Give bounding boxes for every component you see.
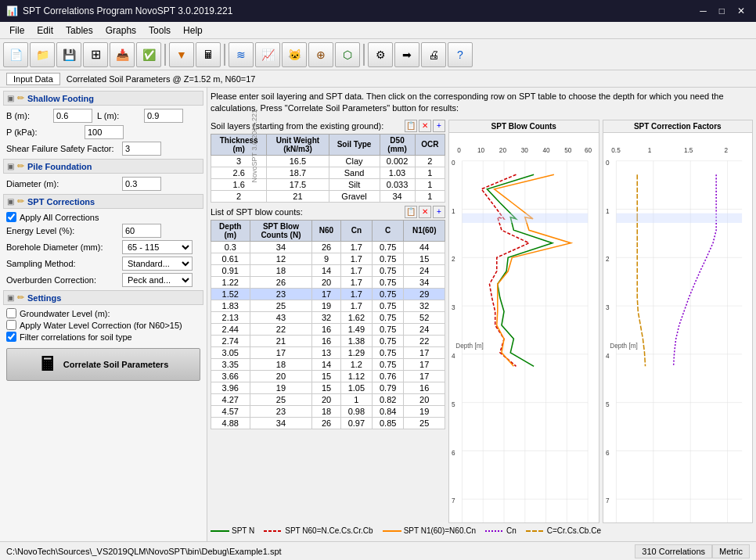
spt-col-depth: Depth(m) bbox=[211, 220, 250, 241]
tb-graph[interactable]: 📈 bbox=[255, 42, 280, 67]
pile-foundation-header[interactable]: ▣ ✏ Pile Foundation bbox=[3, 159, 203, 174]
energy-input[interactable] bbox=[122, 224, 161, 238]
tb-save[interactable]: 💾 bbox=[56, 42, 81, 67]
p-input[interactable] bbox=[85, 125, 124, 139]
minimize-button[interactable]: ─ bbox=[695, 4, 711, 18]
soil-col-thickness: Thickness(m) bbox=[211, 134, 267, 155]
menu-graphs[interactable]: Graphs bbox=[99, 23, 142, 38]
tb-filter[interactable]: ⊞ bbox=[83, 42, 108, 67]
menu-tables[interactable]: Tables bbox=[59, 23, 99, 38]
borehole-diam-dropdown[interactable]: 65 - 115 115 - 150 150 - 200 bbox=[122, 240, 193, 254]
tb-calc[interactable]: 🖩 bbox=[196, 42, 221, 67]
energy-label: Energy Level (%): bbox=[6, 226, 116, 235]
left-panel: ▣ ✏ Shallow Footing B (m): L (m): P (kPa… bbox=[0, 88, 207, 541]
table-row[interactable]: 4.27252010.8220 bbox=[211, 393, 445, 405]
table-row[interactable]: 3.0517131.290.7517 bbox=[211, 346, 445, 358]
b-input[interactable] bbox=[53, 109, 92, 123]
maximize-button[interactable]: □ bbox=[715, 4, 729, 18]
table-row[interactable]: 221Gravel341 bbox=[211, 190, 445, 202]
table-row[interactable]: 2.7421161.380.7522 bbox=[211, 335, 445, 346]
table-row[interactable]: 4.8834260.970.8525 bbox=[211, 417, 445, 429]
pile-foundation-title: Pile Foundation bbox=[27, 162, 92, 171]
table-row[interactable]: 4.5723180.980.8419 bbox=[211, 405, 445, 417]
tb-cat[interactable]: 🐱 bbox=[282, 42, 307, 67]
unit-system: Metric bbox=[712, 544, 750, 558]
table-row[interactable]: 2.1343321.620.7552 bbox=[211, 311, 445, 323]
table-row[interactable]: 2.4422161.490.7524 bbox=[211, 323, 445, 335]
table-row[interactable]: 0.611291.70.7515 bbox=[211, 253, 445, 264]
spt-table: Depth(m) SPT BlowCounts (N) N60 Cn C N1(… bbox=[211, 220, 445, 429]
legend: SPT N SPT N60=N.Ce.Cs.Cr.Cb SPT N1(60)=N… bbox=[211, 523, 753, 538]
toolbar: 📄 📁 💾 ⊞ 📥 ✅ ▼ 🖩 ≋ 📈 🐱 ⊕ ⬡ ⚙ ➡ 🖨 ? bbox=[0, 39, 756, 70]
table-row[interactable]: 1.8325191.70.7532 bbox=[211, 300, 445, 311]
tb-check[interactable]: ✅ bbox=[136, 42, 161, 67]
svg-text:3: 3 bbox=[452, 304, 455, 311]
input-data-tab[interactable]: Input Data bbox=[6, 73, 60, 85]
apply-all-checkbox[interactable] bbox=[6, 212, 16, 222]
soil-copy-icon[interactable]: 📋 bbox=[405, 120, 417, 132]
shallow-footing-header[interactable]: ▣ ✏ Shallow Footing bbox=[3, 91, 203, 106]
table-row[interactable]: 316.5Clay0.0022 bbox=[211, 155, 445, 167]
table-row[interactable]: 1.5223171.70.7529 bbox=[211, 288, 445, 300]
svg-text:1: 1 bbox=[452, 207, 455, 214]
tb-import[interactable]: 📥 bbox=[110, 42, 135, 67]
soil-layers-scroll: Thickness(m) Unit Weight(kN/m3) Soil Typ… bbox=[211, 134, 445, 203]
menu-edit[interactable]: Edit bbox=[31, 23, 59, 38]
tb-arrow[interactable]: ➡ bbox=[394, 42, 419, 67]
tb-open[interactable]: 📁 bbox=[30, 42, 55, 67]
svg-text:6: 6 bbox=[606, 449, 610, 456]
tb-new[interactable]: 📄 bbox=[3, 42, 28, 67]
table-row[interactable]: 3.6620151.120.7617 bbox=[211, 370, 445, 382]
soil-add-icon[interactable]: + bbox=[433, 120, 445, 132]
spt-col-n1: N1(60) bbox=[404, 220, 445, 241]
table-row[interactable]: 2.618.7Sand1.031 bbox=[211, 167, 445, 178]
spt-n1-line bbox=[495, 174, 571, 366]
diameter-label: Diameter (m): bbox=[6, 179, 116, 188]
filter-checkbox[interactable] bbox=[6, 332, 16, 342]
legend-spt-n1: SPT N1(60)=N60.Cn bbox=[404, 526, 476, 535]
tb-circle[interactable]: ⊕ bbox=[308, 42, 333, 67]
spt-corrections-header[interactable]: ▣ ✏ SPT Corrections bbox=[3, 194, 203, 209]
tb-wave[interactable]: ≋ bbox=[229, 42, 254, 67]
correlate-button[interactable]: 🖩 Correlate Soil Parameters bbox=[6, 348, 200, 381]
settings-header[interactable]: ▣ ✏ Settings bbox=[3, 290, 203, 305]
tb-layers[interactable]: ⬡ bbox=[335, 42, 360, 67]
sampling-dropdown[interactable]: Standard... Donut... bbox=[122, 257, 193, 271]
menu-tools[interactable]: Tools bbox=[142, 23, 177, 38]
collapse-icon-pile: ▣ bbox=[7, 162, 14, 171]
spt-add-icon[interactable]: + bbox=[433, 206, 445, 218]
tb-help[interactable]: ? bbox=[448, 42, 473, 67]
groundwater-label: Groundwater Level (m): bbox=[20, 309, 110, 318]
diameter-input[interactable] bbox=[122, 177, 161, 191]
soil-delete-icon[interactable]: ✕ bbox=[419, 120, 431, 132]
table-row[interactable]: 3.3518141.20.7517 bbox=[211, 358, 445, 370]
spt-delete-icon[interactable]: ✕ bbox=[419, 206, 431, 218]
groundwater-checkbox[interactable] bbox=[6, 308, 16, 318]
close-button[interactable]: ✕ bbox=[733, 4, 750, 18]
menu-file[interactable]: File bbox=[3, 23, 31, 38]
overburden-dropdown[interactable]: Peck and... Liao and... bbox=[122, 273, 193, 287]
table-row[interactable]: 1.617.5Silt0.0331 bbox=[211, 178, 445, 190]
l-input[interactable] bbox=[144, 109, 183, 123]
toolbar-separator-2 bbox=[224, 44, 225, 66]
pile-foundation-content: Diameter (m): bbox=[3, 177, 203, 191]
spt-col-n60: N60 bbox=[312, 220, 340, 241]
menu-help[interactable]: Help bbox=[177, 23, 209, 38]
soil-layers-section: Soil layers (starting from the existing … bbox=[211, 120, 445, 203]
tb-settings[interactable]: ⚙ bbox=[368, 42, 393, 67]
spt-label: List of SPT blow counts: bbox=[211, 207, 303, 217]
right-panel: Please enter soil layering and SPT data.… bbox=[207, 88, 756, 541]
spt-copy-icon[interactable]: 📋 bbox=[405, 206, 417, 218]
table-row[interactable]: 0.334261.70.7544 bbox=[211, 241, 445, 253]
tb-print[interactable]: 🖨 bbox=[421, 42, 446, 67]
table-row[interactable]: 3.9619151.050.7916 bbox=[211, 382, 445, 393]
legend-spt-n: SPT N bbox=[232, 526, 254, 535]
svg-text:5: 5 bbox=[452, 401, 455, 408]
shear-input[interactable] bbox=[122, 142, 161, 156]
tb-funnel[interactable]: ▼ bbox=[169, 42, 194, 67]
water-corr-checkbox[interactable] bbox=[6, 320, 16, 330]
table-row[interactable]: 1.2226201.70.7534 bbox=[211, 276, 445, 288]
calc-icon: 🖩 bbox=[38, 354, 57, 375]
table-row[interactable]: 0.9118141.70.7524 bbox=[211, 264, 445, 276]
spt-n60-line bbox=[481, 174, 529, 366]
